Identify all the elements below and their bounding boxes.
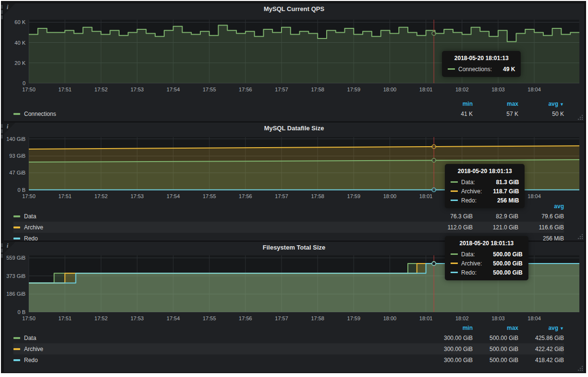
tooltip-series-value: 500.00 GiB [485, 269, 522, 276]
legend-sort-max[interactable]: max [473, 101, 518, 107]
x-axis-label: 17:54 [167, 315, 180, 321]
legend-stat-value: 112.0 GiB [427, 224, 473, 231]
tooltip-timestamp: 2018-05-20 18:01:13 [451, 240, 523, 247]
legend-series-toggle-data[interactable]: Data [13, 335, 427, 341]
graph-tooltip: 2018-05-20 18:01:13Connections:49 K [442, 51, 521, 77]
legend-series-toggle-archive[interactable]: Archive [13, 346, 427, 352]
panel-title[interactable]: MySQL Current QPS [4, 5, 584, 13]
legend-stat-value: 500.00 GiB [473, 346, 518, 352]
grafana-dashboard: i MySQL Current QPS 60 K40 K20 K017:5017… [1, 1, 586, 373]
legend-stat-value: 41 K [427, 111, 473, 117]
x-axis-label: 17:50 [22, 193, 36, 199]
x-axis-label: 17:56 [239, 315, 252, 321]
y-axis-label: 47 GiB [9, 170, 25, 176]
series-color-dash-icon [451, 181, 458, 183]
x-axis-label: 18:01 [419, 315, 433, 321]
tooltip-series-value: 118.7 GiB [485, 188, 519, 195]
x-axis-label: 17:52 [95, 193, 108, 199]
x-axis-label: 18:02 [455, 87, 469, 92]
x-axis-label: 18:00 [383, 315, 397, 321]
x-axis-label: 17:53 [131, 315, 144, 321]
x-axis-label: 17:52 [95, 315, 108, 321]
legend-sort-avg[interactable]: avg▼ [518, 325, 564, 331]
x-axis-label: 17:58 [311, 315, 324, 321]
tooltip-series-value: 256 MiB [490, 197, 519, 204]
x-axis-label: 18:00 [383, 87, 397, 92]
series-color-dash-icon [13, 348, 20, 350]
legend-sort-avg[interactable]: avg [518, 203, 564, 210]
x-axis-label: 18:04 [527, 315, 541, 321]
x-axis-label: 17:50 [22, 315, 36, 321]
tooltip-series-label: Redo: [461, 197, 477, 204]
legend-series-toggle-connections[interactable]: Connections [13, 111, 427, 117]
tooltip-series-row: Archive:118.7 GiB [451, 187, 519, 196]
tooltip-series-label: Archive: [461, 260, 482, 267]
legend-series-toggle-redo[interactable]: Redo [13, 357, 427, 364]
tooltip-series-value: 49 K [495, 66, 515, 73]
legend-series-row: Redo300.00 GiB500.00 GiB418.42 GiB [13, 354, 564, 365]
legend-series-row: Data76.3 GiB82.9 GiB79.6 GiB [13, 211, 564, 222]
x-axis-label: 17:50 [22, 87, 36, 92]
legend-series-name: Data [24, 335, 36, 341]
legend-stat-value: 76.3 GiB [427, 213, 473, 220]
x-axis-label: 17:54 [167, 87, 180, 92]
legend-header-row: minmaxavg▼ [13, 100, 564, 108]
tooltip-series-value: 81.3 GiB [488, 179, 519, 186]
legend-sort-max[interactable]: max [473, 325, 518, 331]
x-axis-label: 17:58 [311, 87, 324, 92]
legend-stat-value: 500.00 GiB [473, 357, 518, 364]
series-color-dash-icon [13, 359, 20, 361]
legend-series-name: Archive [24, 346, 43, 352]
legend-sort-min[interactable]: min [427, 325, 473, 331]
series-color-dash-icon [13, 215, 20, 217]
cursor-marker-redo [432, 262, 436, 265]
panel-drag-handle[interactable] [1, 243, 3, 259]
legend-series-toggle-redo[interactable]: Redo [13, 235, 427, 242]
legend-series-name: Data [24, 213, 36, 220]
series-color-dash-icon [13, 337, 20, 339]
panel-title[interactable]: MySQL Datafile Size [4, 125, 584, 132]
x-axis-label: 17:51 [58, 87, 72, 92]
legend-series-toggle-archive[interactable]: Archive [13, 224, 427, 231]
x-axis-label: 18:02 [455, 315, 469, 321]
tooltip-series-value: 500.00 GiB [485, 251, 522, 258]
panel-resize-handle[interactable] [577, 114, 583, 120]
tooltip-series-row: Redo:500.00 GiB [451, 268, 523, 277]
legend-stat-value: 57 K [473, 111, 518, 117]
tooltip-series-label: Archive: [461, 188, 482, 195]
x-axis-label: 18:01 [419, 193, 433, 199]
series-color-dash-icon [451, 253, 458, 255]
legend-sort-min[interactable]: min [427, 101, 473, 107]
screenshot-stage: i MySQL Current QPS 60 K40 K20 K017:5017… [0, 0, 588, 377]
legend-stat-value: 418.42 GiB [518, 357, 564, 364]
series-color-dash-icon [448, 68, 455, 70]
cursor-marker-archive [432, 145, 436, 149]
graph-legend: minmaxavg▼Connections41 K57 K50 K [13, 100, 564, 119]
tooltip-timestamp: 2018-05-20 18:01:13 [448, 55, 515, 62]
x-axis-label: 17:59 [347, 87, 361, 92]
panel-drag-handle[interactable] [1, 5, 3, 21]
panel-resize-handle[interactable] [577, 233, 583, 239]
x-axis-label: 17:59 [347, 315, 361, 321]
panel-drag-handle[interactable] [1, 124, 3, 140]
x-axis-label: 18:04 [527, 87, 541, 92]
legend-sort-avg[interactable]: avg▼ [518, 101, 564, 107]
graph-legend: minmaxavg▼Data300.00 GiB500.00 GiB425.86… [13, 324, 564, 365]
graph-tooltip: 2018-05-20 18:01:13Data:81.3 GiBArchive:… [445, 164, 525, 208]
y-axis-label: 93 GiB [9, 153, 25, 159]
x-axis-label: 18:03 [491, 87, 505, 92]
legend-series-name: Archive [24, 224, 43, 231]
x-axis-label: 17:57 [275, 315, 288, 321]
legend-header-row: minmaxavg▼ [13, 324, 564, 332]
x-axis-label: 17:53 [131, 87, 144, 92]
y-axis-label: 0 B [17, 187, 25, 193]
x-axis-label: 17:54 [167, 193, 180, 199]
x-axis-label: 17:56 [239, 193, 252, 199]
panel-resize-handle[interactable] [577, 365, 583, 371]
tooltip-series-row: Archive:500.00 GiB [451, 259, 523, 268]
series-color-dash-icon [451, 200, 458, 201]
x-axis-label: 18:00 [383, 193, 397, 199]
legend-series-toggle-data[interactable]: Data [13, 213, 427, 220]
legend-stat-value: 500.00 GiB [473, 335, 518, 341]
x-axis-label: 18:04 [527, 193, 541, 199]
